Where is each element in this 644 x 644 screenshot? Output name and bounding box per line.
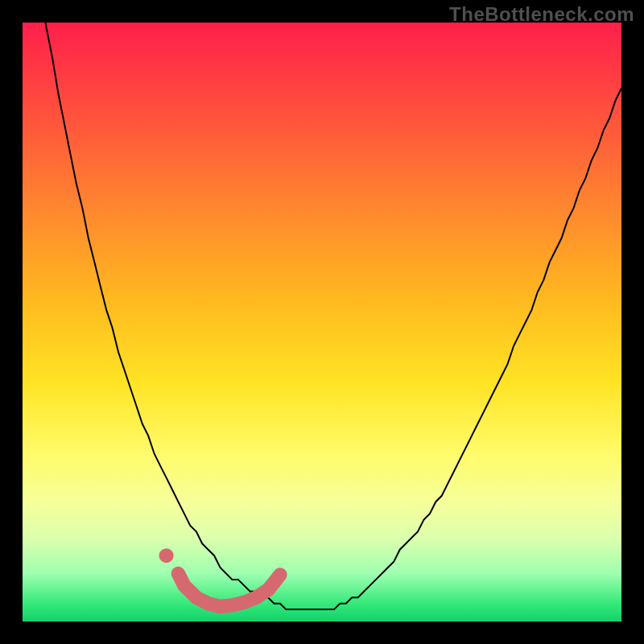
curve-line (23, 0, 621, 609)
chart-svg (23, 23, 621, 621)
chart-frame: TheBottleneck.com (0, 0, 644, 644)
marker-start-dot (159, 548, 174, 563)
plot-area (23, 23, 621, 621)
marker-u-path (178, 574, 280, 607)
watermark-text: TheBottleneck.com (449, 3, 634, 26)
